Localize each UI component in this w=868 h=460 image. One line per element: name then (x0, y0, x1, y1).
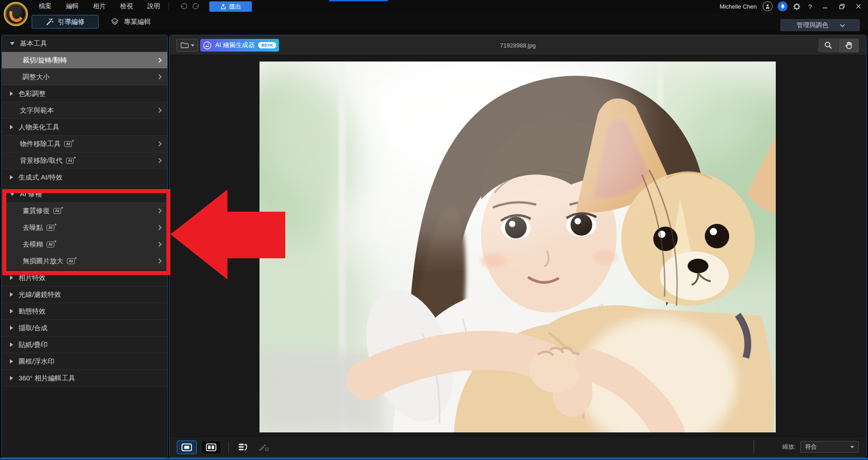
chevron-right-icon (156, 242, 161, 247)
single-view-icon (181, 443, 192, 451)
sidebar-item-12[interactable]: 去模糊AI+ (2, 236, 167, 253)
compare-view-button[interactable] (201, 441, 221, 454)
close-button[interactable] (853, 2, 864, 11)
single-view-button[interactable] (177, 441, 197, 454)
chevron-right-icon (156, 208, 161, 213)
sidebar-item-17[interactable]: 擷取/合成 (2, 320, 167, 337)
tab-expert-edit-label: 專業編輯 (124, 18, 151, 26)
sidebar-item-label: 調整大小 (23, 73, 50, 81)
ai-feature-icon: AI+ (67, 258, 75, 264)
tab-guided-edit-label: 引導編修 (58, 18, 85, 26)
sidebar-item-10[interactable]: 畫質修復AI+ (2, 203, 167, 219)
canvas-header-bar: 71928988.jpg AI 繪圖生成器 BETA (170, 35, 866, 55)
sidebar-item-20[interactable]: 360° 相片編輯工具 (2, 370, 167, 387)
minimize-button[interactable] (819, 2, 831, 11)
account-avatar-icon[interactable] (763, 1, 773, 11)
hand-icon (844, 41, 853, 50)
chevron-right-icon (156, 108, 161, 113)
menu-help[interactable]: 說明 (146, 1, 162, 11)
triangle-collapsed-icon (10, 91, 13, 96)
help-icon[interactable]: ? (806, 3, 814, 10)
menu-view[interactable]: 檢視 (118, 1, 135, 11)
triangle-expanded-icon (10, 42, 14, 45)
chevron-right-icon (156, 258, 161, 263)
mode-tabs-row: 引導編修 專業編輯 管理與調色 (0, 13, 868, 29)
sidebar-item-label: 360° 相片編輯工具 (19, 374, 75, 383)
photo-image[interactable] (259, 62, 776, 432)
sidebar-item-label: 無損圖片放大 (23, 257, 63, 266)
chevron-right-icon (156, 57, 161, 62)
pencil-icon (258, 442, 269, 452)
sidebar-item-label: 人物美化工具 (19, 123, 59, 132)
tab-guided-edit[interactable]: 引導編修 (32, 15, 99, 28)
history-list-button[interactable] (236, 441, 251, 453)
sidebar-item-label: 背景移除/取代 (20, 156, 62, 165)
undo-button[interactable] (177, 1, 189, 11)
triangle-collapsed-icon (10, 376, 13, 380)
zoom-tool-button[interactable] (818, 38, 839, 52)
zoom-label: 縮放: (782, 443, 796, 451)
folder-dropdown-arrow-icon (191, 44, 194, 47)
sidebar-item-label: 貼紙/疊印 (19, 341, 47, 349)
sidebar-item-label: AI 修補 (20, 190, 42, 199)
title-bar: 檔案 編輯 相片 檢視 說明 匯出 Michelle Chen ? (0, 0, 868, 13)
menu-bar: 檔案 編輯 相片 檢視 說明 (37, 0, 162, 13)
sidebar-item-19[interactable]: 圖框/浮水印 (2, 353, 167, 370)
sidebar-item-5[interactable]: 人物美化工具 (2, 119, 167, 136)
ai-feature-icon: AI+ (66, 158, 74, 164)
tab-expert-edit[interactable]: 專業編輯 (107, 15, 155, 28)
restore-button[interactable] (836, 2, 848, 11)
redo-button[interactable] (191, 1, 203, 11)
menu-divider (169, 3, 169, 10)
photodirector-logo-icon (4, 2, 28, 26)
pan-tool-button[interactable] (839, 38, 859, 52)
sidebar-item-label: 去噪點 (23, 223, 43, 232)
sidebar-item-14[interactable]: 相片特效 (2, 270, 167, 286)
sidebar-item-16[interactable]: 動態特效 (2, 303, 167, 320)
ai-image-generator-button[interactable]: AI 繪圖生成器 BETA (200, 39, 279, 52)
open-file-button[interactable] (176, 39, 198, 52)
export-button[interactable]: 匯出 (209, 1, 252, 12)
sidebar-item-3[interactable]: 色彩調整 (2, 85, 167, 102)
ai-feature-icon: AI+ (64, 141, 72, 147)
top-accent-line (329, 0, 388, 1)
sidebar-item-6[interactable]: 物件移除工具AI+ (2, 136, 167, 152)
sidebar-item-4[interactable]: 文字與範本 (2, 102, 167, 119)
notification-bell-icon[interactable] (778, 1, 788, 11)
menu-file[interactable]: 檔案 (37, 1, 53, 11)
sidebar-item-11[interactable]: 去噪點AI+ (2, 219, 167, 236)
triangle-collapsed-icon (10, 309, 13, 313)
sidebar-item-9[interactable]: AI 修補 (2, 186, 167, 203)
triangle-collapsed-icon (10, 359, 13, 364)
window-bottom-accent-line (0, 458, 868, 460)
zoom-level-dropdown[interactable]: 符合 (800, 441, 859, 453)
image-circle-icon (203, 41, 212, 50)
sidebar-item-1[interactable]: 裁切/旋轉/翻轉 (2, 52, 167, 69)
edit-pencil-button[interactable] (256, 441, 271, 453)
sidebar-item-15[interactable]: 光線/濾鏡特效 (2, 286, 167, 303)
adjustment-history-icon (238, 442, 250, 452)
sidebar-item-label: 去模糊 (23, 240, 43, 249)
export-icon (220, 4, 226, 10)
menu-photo[interactable]: 相片 (91, 1, 108, 11)
zoom-level-value: 符合 (805, 443, 817, 451)
sidebar-item-7[interactable]: 背景移除/取代AI+ (2, 152, 167, 169)
manage-color-dropdown[interactable]: 管理與調色 (780, 19, 860, 31)
chevron-right-icon (156, 225, 161, 230)
sidebar-item-label: 裁切/旋轉/翻轉 (23, 56, 67, 65)
chevron-down-icon (840, 22, 845, 27)
triangle-collapsed-icon (10, 175, 13, 180)
triangle-collapsed-icon (10, 125, 13, 129)
sidebar-item-2[interactable]: 調整大小 (2, 69, 167, 85)
sidebar-item-label: 文字與範本 (20, 106, 54, 115)
sidebar-item-13[interactable]: 無損圖片放大AI+ (2, 253, 167, 270)
sidebar-item-8[interactable]: 生成式 AI/特效 (2, 169, 167, 186)
sidebar-item-label: 相片特效 (19, 274, 46, 282)
footer-right-divider (754, 441, 754, 453)
triangle-collapsed-icon (10, 292, 13, 297)
sidebar-item-0[interactable]: 基本工具 (2, 35, 167, 52)
settings-gear-icon[interactable] (793, 2, 801, 11)
menu-edit[interactable]: 編輯 (64, 1, 80, 11)
split-view-icon (206, 443, 217, 451)
sidebar-item-18[interactable]: 貼紙/疊印 (2, 337, 167, 353)
